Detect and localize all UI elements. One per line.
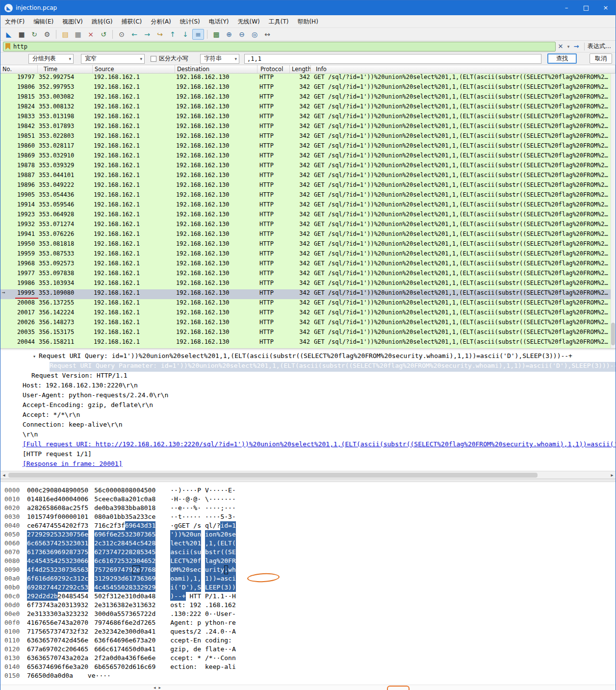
hex-ascii-char[interactable]: a (209, 557, 213, 565)
hex-byte[interactable]: 2e (94, 601, 102, 610)
hex-ascii-char[interactable] (186, 592, 190, 601)
hex-ascii-char[interactable]: t (178, 663, 182, 671)
packet-row[interactable]: 19851353.022803192.168.162.1192.168.162.… (0, 132, 616, 142)
packet-row[interactable]: 20017356.142224192.168.162.1192.168.162.… (0, 309, 616, 319)
hex-byte[interactable]: 00 (27, 486, 35, 495)
hex-line[interactable]: 00804c454354253230666c61672532304652LECT… (4, 557, 616, 565)
hex-byte[interactable]: 74 (58, 618, 66, 627)
hex-ascii-char[interactable]: · (197, 495, 201, 504)
zoom-in-icon[interactable]: ⊕ (223, 29, 235, 40)
hex-ascii-char[interactable]: i (213, 565, 217, 574)
hex-byte[interactable]: 20 (148, 636, 156, 645)
hex-ascii-char[interactable]: e (224, 610, 228, 618)
hex-byte[interactable]: a2 (132, 512, 140, 521)
hex-byte[interactable]: 0a (50, 671, 58, 680)
restart-capture-icon[interactable]: ↻ (28, 29, 40, 40)
hex-ascii-char[interactable]: a (220, 574, 224, 583)
packet-row[interactable]: 19932353.071274192.168.162.1192.168.162.… (0, 221, 616, 230)
hex-ascii-char[interactable] (197, 663, 201, 671)
packet-row[interactable]: 19815353.003082192.168.162.1192.168.162.… (0, 93, 616, 103)
hex-ascii-char[interactable]: 1 (193, 574, 197, 583)
hex-byte[interactable]: 79 (125, 565, 133, 574)
scrollbar-thumb[interactable] (611, 323, 615, 345)
hex-byte[interactable]: 6c (27, 539, 35, 548)
hex-ascii-char[interactable]: · (186, 504, 190, 512)
hex-ascii-char[interactable]: E (174, 557, 178, 565)
hex-ascii-char[interactable]: 1 (209, 539, 213, 548)
hex-ascii-char[interactable]: · (170, 521, 174, 530)
hex-byte[interactable]: 29 (42, 530, 50, 539)
go-first-icon[interactable]: ↑ (167, 29, 179, 40)
column-header-protocol[interactable]: Protocol (257, 65, 290, 73)
hex-ascii-char[interactable]: s (197, 521, 201, 530)
hex-byte[interactable]: 65 (132, 610, 140, 618)
hex-byte[interactable]: 43 (125, 654, 133, 663)
hex-ascii-char[interactable]: t (186, 618, 190, 627)
hex-byte[interactable]: 65 (42, 654, 50, 663)
hex-ascii-char[interactable]: P (205, 592, 209, 601)
hex-byte[interactable]: 31 (109, 592, 117, 601)
detail-line[interactable]: User-Agent: python-requests/2.24.0\r\n (0, 391, 616, 401)
hex-byte[interactable]: 2e (27, 610, 35, 618)
hex-ascii-char[interactable]: 2 (193, 610, 197, 618)
hex-byte[interactable]: 31 (65, 601, 73, 610)
hex-ascii-char[interactable]: C (178, 557, 182, 565)
hex-byte[interactable]: 65 (42, 636, 50, 645)
hex-ascii-char[interactable]: E (213, 583, 217, 592)
hex-ascii-char[interactable]: s (224, 574, 228, 583)
hex-ascii-char[interactable]: 1 (174, 610, 178, 618)
hex-ascii-char[interactable]: · (228, 645, 232, 654)
hex-ascii-char[interactable]: C (220, 654, 224, 663)
hex-byte[interactable]: 68 (148, 565, 156, 574)
hex-ascii-char[interactable]: · (217, 654, 221, 663)
hex-ascii-char[interactable]: 2 (232, 601, 236, 610)
hex-ascii-char[interactable]: E (228, 486, 232, 495)
go-forward-icon[interactable]: → (141, 29, 153, 40)
hex-ascii-char[interactable]: · (186, 486, 190, 495)
hex-byte[interactable]: 08 (125, 486, 133, 495)
hex-ascii-char[interactable]: ? (217, 521, 221, 530)
hex-byte[interactable]: 67 (35, 521, 43, 530)
hex-ascii-char[interactable]: 2 (189, 557, 193, 565)
hex-ascii-char[interactable]: R (232, 557, 236, 565)
hex-ascii-char[interactable]: n (189, 663, 193, 671)
resize-columns-icon[interactable]: ↔ (261, 29, 273, 40)
hex-ascii-char[interactable]: · (228, 504, 232, 512)
hex-ascii-char[interactable]: n (182, 618, 186, 627)
hex-ascii-char[interactable]: 2 (182, 565, 186, 574)
hex-ascii-char[interactable]: e (213, 663, 217, 671)
hex-byte[interactable]: 44 (50, 583, 58, 592)
column-header-source[interactable]: Source (93, 65, 175, 73)
hex-ascii-char[interactable]: f (205, 645, 209, 654)
hex-byte[interactable]: 31 (73, 574, 81, 583)
hex-ascii-char[interactable]: g (174, 521, 178, 530)
hex-byte[interactable]: 0d (132, 627, 140, 636)
hex-byte[interactable]: 64 (109, 636, 117, 645)
hex-byte[interactable]: 32 (73, 610, 81, 618)
hex-ascii-char[interactable]: t (209, 618, 213, 627)
hex-byte[interactable]: 67 (27, 645, 35, 654)
hex-byte[interactable]: 69 (42, 645, 50, 654)
hex-byte[interactable]: 74 (58, 636, 66, 645)
hex-byte[interactable]: 66 (94, 645, 102, 654)
hex-byte[interactable]: 27 (58, 583, 66, 592)
hex-ascii-char[interactable]: e (174, 539, 178, 548)
hex-ascii-char[interactable]: p (197, 618, 201, 627)
hex-byte[interactable]: 38 (117, 601, 125, 610)
hex-byte[interactable]: 70 (50, 654, 58, 663)
hex-ascii-char[interactable]: M (174, 565, 178, 574)
hex-byte[interactable]: 63 (27, 636, 35, 645)
hex-ascii-char[interactable]: O (170, 565, 174, 574)
hex-line[interactable]: 00f04167656e743a20707974686f6e2d7265Agen… (4, 618, 616, 627)
hex-ascii-char[interactable]: v (88, 671, 92, 680)
hex-ascii-char[interactable]: · (217, 504, 221, 512)
hex-ascii-char[interactable]: l (209, 521, 213, 530)
detail-line[interactable]: \r\n (0, 431, 616, 440)
hex-byte[interactable]: 0d (132, 645, 140, 654)
hex-line[interactable]: 007061736369692873756273747228285345asci… (4, 548, 616, 557)
hex-byte[interactable]: 47 (42, 521, 50, 530)
hex-byte[interactable]: 65 (102, 663, 110, 671)
hex-ascii-char[interactable]: u (197, 548, 201, 557)
hex-byte[interactable]: 77 (140, 565, 148, 574)
hex-byte[interactable]: 30 (132, 557, 140, 565)
